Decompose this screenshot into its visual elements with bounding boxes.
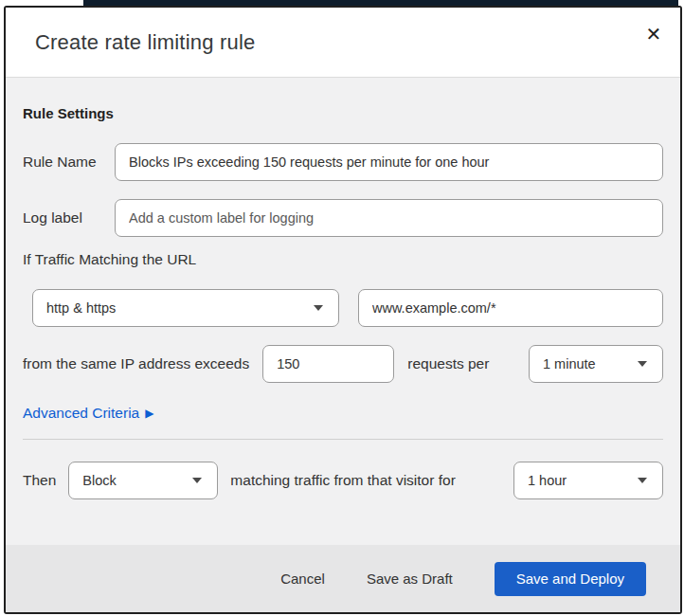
duration-select-value: 1 hour	[528, 473, 567, 488]
log-label-input[interactable]	[115, 199, 663, 237]
save-and-deploy-button[interactable]: Save and Deploy	[495, 562, 646, 596]
cancel-button[interactable]: Cancel	[280, 571, 325, 587]
log-label-row: Log label	[23, 199, 663, 237]
dialog-header: Create rate limiting rule ✕	[6, 8, 680, 78]
threshold-row: from the same IP address exceeds request…	[23, 345, 663, 383]
threshold-suffix-text: requests per	[407, 355, 489, 372]
chevron-down-icon	[314, 305, 323, 311]
dialog-body: Rule Settings Rule Name Log label If Tra…	[6, 78, 680, 545]
chevron-down-icon	[192, 478, 202, 483]
action-select-value: Block	[82, 473, 116, 488]
url-match-row: http & https	[32, 289, 663, 327]
chevron-down-icon	[638, 361, 647, 367]
traffic-match-intro: If Traffic Matching the URL	[23, 250, 663, 269]
section-divider	[23, 439, 663, 440]
save-as-draft-button[interactable]: Save as Draft	[367, 571, 453, 587]
action-select[interactable]: Block	[68, 462, 218, 499]
duration-select[interactable]: 1 hour	[513, 462, 663, 499]
action-row: Then Block matching traffic from that vi…	[23, 462, 663, 499]
threshold-prefix-text: from the same IP address exceeds	[23, 355, 249, 372]
then-label: Then	[23, 472, 56, 489]
rule-settings-heading: Rule Settings	[23, 104, 663, 123]
scheme-select[interactable]: http & https	[32, 289, 339, 327]
log-label-label: Log label	[23, 209, 115, 226]
rule-name-input[interactable]	[115, 143, 663, 181]
action-middle-text: matching traffic from that visitor for	[230, 472, 455, 489]
expand-arrow-icon: ▶	[145, 408, 153, 419]
period-select-value: 1 minute	[543, 356, 596, 371]
chevron-down-icon	[638, 478, 647, 483]
request-threshold-input[interactable]	[262, 345, 394, 383]
dialog-footer: Cancel Save as Draft Save and Deploy	[6, 545, 680, 612]
dialog-title: Create rate limiting rule	[35, 30, 255, 55]
url-pattern-input[interactable]	[358, 289, 663, 327]
advanced-criteria-label: Advanced Criteria	[23, 404, 139, 423]
create-rate-limiting-rule-dialog: Create rate limiting rule ✕ Rule Setting…	[4, 6, 682, 614]
rule-name-label: Rule Name	[23, 154, 115, 171]
scheme-select-value: http & https	[46, 300, 116, 316]
rule-name-row: Rule Name	[23, 143, 663, 181]
period-select[interactable]: 1 minute	[529, 345, 663, 383]
advanced-criteria-link[interactable]: Advanced Criteria ▶	[23, 404, 153, 423]
close-icon[interactable]: ✕	[639, 19, 669, 49]
